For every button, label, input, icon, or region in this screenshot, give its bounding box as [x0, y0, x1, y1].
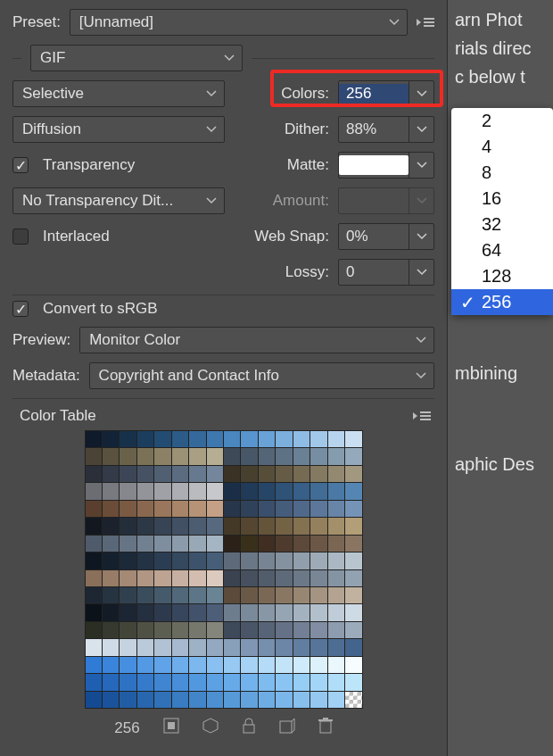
color-swatch[interactable] — [86, 604, 102, 620]
color-swatch[interactable] — [207, 570, 223, 586]
color-swatch[interactable] — [259, 448, 275, 464]
color-swatch[interactable] — [345, 657, 361, 673]
color-swatch[interactable] — [345, 674, 361, 690]
color-swatch[interactable] — [86, 483, 102, 499]
color-swatch[interactable] — [293, 587, 310, 603]
color-swatch[interactable] — [137, 552, 153, 569]
color-swatch[interactable] — [207, 448, 223, 464]
color-swatch[interactable] — [259, 536, 275, 552]
color-swatch[interactable] — [189, 587, 205, 603]
color-swatch[interactable] — [328, 501, 344, 517]
color-swatch[interactable] — [310, 448, 326, 464]
color-swatch[interactable] — [137, 587, 153, 603]
websnap-field[interactable]: 0% — [338, 223, 434, 250]
color-swatch[interactable] — [172, 604, 188, 620]
color-swatch[interactable] — [276, 448, 292, 464]
color-swatch[interactable] — [293, 431, 310, 447]
color-swatch[interactable] — [154, 448, 170, 464]
color-swatch[interactable] — [310, 431, 326, 447]
color-swatch[interactable] — [276, 501, 292, 517]
color-swatch[interactable] — [103, 518, 119, 534]
color-swatch[interactable] — [120, 639, 136, 655]
snap-to-web-icon[interactable] — [163, 718, 179, 738]
color-swatch[interactable] — [276, 552, 292, 569]
color-swatch[interactable] — [172, 692, 188, 708]
color-table-menu-icon[interactable] — [413, 409, 431, 423]
color-swatch[interactable] — [189, 431, 205, 447]
color-swatch[interactable] — [207, 518, 223, 534]
color-swatch[interactable] — [310, 692, 326, 708]
color-swatch[interactable] — [328, 448, 344, 464]
color-swatch[interactable] — [189, 501, 205, 517]
color-swatch[interactable] — [328, 622, 344, 638]
color-swatch[interactable] — [207, 674, 223, 690]
color-swatch[interactable] — [103, 657, 119, 673]
color-swatch[interactable] — [137, 466, 153, 482]
color-swatch[interactable] — [293, 483, 310, 499]
color-swatch[interactable] — [259, 622, 275, 638]
colors-option[interactable]: 64 — [451, 237, 553, 263]
color-swatch[interactable] — [120, 536, 136, 552]
color-swatch[interactable] — [310, 518, 326, 534]
color-swatch[interactable] — [293, 552, 310, 569]
color-swatch[interactable] — [103, 692, 119, 708]
color-swatch[interactable] — [345, 448, 361, 464]
color-swatch[interactable] — [241, 587, 257, 603]
color-swatch[interactable] — [241, 570, 257, 586]
color-swatch[interactable] — [224, 674, 240, 690]
color-swatch[interactable] — [224, 536, 240, 552]
color-swatch[interactable] — [241, 448, 257, 464]
color-swatch[interactable] — [328, 431, 344, 447]
color-swatch[interactable] — [241, 483, 257, 499]
color-swatch[interactable] — [103, 466, 119, 482]
color-swatch[interactable] — [241, 692, 257, 708]
color-table-grid[interactable] — [85, 430, 363, 709]
color-swatch[interactable] — [103, 536, 119, 552]
color-swatch[interactable] — [259, 431, 275, 447]
color-swatch[interactable] — [293, 466, 310, 482]
color-swatch[interactable] — [224, 518, 240, 534]
color-swatch[interactable] — [276, 536, 292, 552]
color-swatch[interactable] — [189, 622, 205, 638]
color-swatch[interactable] — [120, 501, 136, 517]
color-swatch[interactable] — [328, 587, 344, 603]
convert-srgb-checkbox[interactable] — [12, 301, 29, 317]
color-swatch[interactable] — [328, 552, 344, 569]
color-swatch[interactable] — [241, 501, 257, 517]
color-swatch[interactable] — [259, 501, 275, 517]
color-swatch[interactable] — [293, 536, 310, 552]
color-swatch[interactable] — [328, 483, 344, 499]
color-swatch[interactable] — [154, 501, 170, 517]
color-swatch[interactable] — [224, 657, 240, 673]
color-swatch[interactable] — [259, 587, 275, 603]
color-swatch[interactable] — [276, 604, 292, 620]
color-swatch[interactable] — [293, 448, 310, 464]
color-swatch[interactable] — [207, 501, 223, 517]
color-swatch[interactable] — [345, 604, 361, 620]
color-swatch[interactable] — [345, 570, 361, 586]
color-swatch[interactable] — [172, 431, 188, 447]
color-swatch[interactable] — [345, 466, 361, 482]
color-swatch[interactable] — [207, 692, 223, 708]
color-swatch[interactable] — [86, 536, 102, 552]
colors-option[interactable]: 16 — [451, 186, 553, 212]
color-swatch[interactable] — [310, 657, 326, 673]
color-swatch[interactable] — [172, 674, 188, 690]
color-swatch[interactable] — [103, 431, 119, 447]
color-swatch[interactable] — [103, 622, 119, 638]
color-swatch[interactable] — [172, 552, 188, 569]
color-swatch[interactable] — [345, 552, 361, 569]
color-swatch[interactable] — [276, 466, 292, 482]
color-swatch[interactable] — [224, 587, 240, 603]
color-swatch[interactable] — [293, 639, 310, 655]
color-swatch[interactable] — [86, 674, 102, 690]
color-swatch[interactable] — [259, 552, 275, 569]
color-swatch[interactable] — [224, 622, 240, 638]
color-swatch[interactable] — [224, 448, 240, 464]
chevron-down-icon[interactable] — [409, 224, 433, 249]
color-swatch[interactable] — [120, 692, 136, 708]
color-swatch[interactable] — [293, 518, 310, 534]
color-swatch[interactable] — [103, 448, 119, 464]
color-swatch[interactable] — [189, 692, 205, 708]
chevron-down-icon[interactable] — [409, 153, 433, 178]
